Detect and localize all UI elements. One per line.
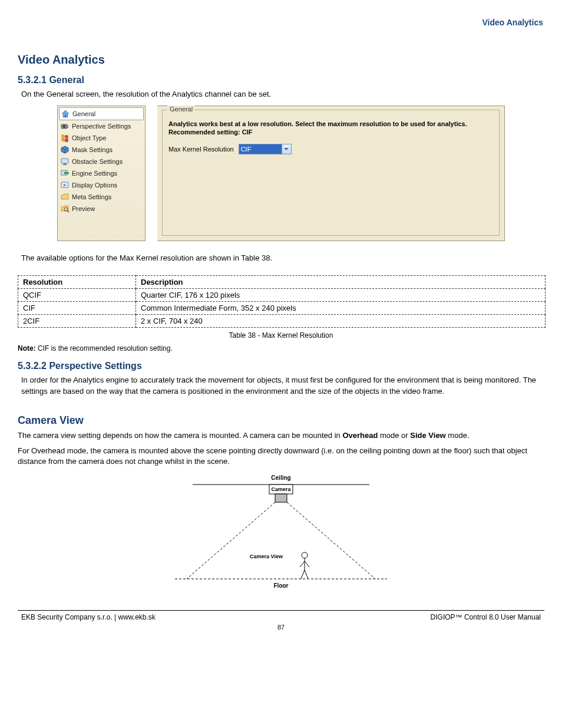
sidebar-item-label: Perspective Settings [72,123,131,130]
doc-title: Video Analytics [18,53,544,67]
sidebar-item-label: Engine Settings [72,170,117,177]
monitor-icon [60,157,70,166]
camera-view-heading: Camera View [18,414,544,427]
sidebar-item-label: Meta Settings [72,193,111,200]
table-caption: Table 38 - Max Kernel Resolution [18,331,544,340]
svg-line-24 [287,502,375,579]
text-after-screenshot: The available options for the Max Kernel… [21,253,544,263]
svg-point-3 [63,125,65,127]
sidebar-item-label: Obstacle Settings [72,158,123,165]
camera-view-label: Camera View [250,554,283,559]
folder-icon [60,192,70,202]
page-number: 87 [18,624,544,631]
resolution-table: Resolution Description QCIF Quarter CIF,… [18,275,546,328]
svg-line-30 [301,570,305,579]
people-icon [60,133,70,143]
gear-arrow-icon [60,169,70,178]
footer-right: DIGIOP™ Control 8.0 User Manual [431,613,541,621]
table-note: Note: CIF is the recommended resolution … [18,344,544,353]
svg-point-5 [61,134,65,138]
general-fieldset: General Analytics works best at a low re… [162,110,500,236]
section-5-3-2-2-para1: In order for the Analytics engine to acc… [21,375,544,396]
chevron-down-icon [282,144,291,154]
panel-description: Analytics works best at a low resolution… [168,120,493,137]
person-icon [300,552,309,579]
sidebar-item-label: General [72,110,95,117]
sidebar-item-display[interactable]: Display Options [59,179,144,191]
sidebar-item-label: Preview [72,205,95,212]
max-kernel-dropdown[interactable]: CIF [239,144,292,154]
svg-rect-22 [275,494,287,502]
svg-line-19 [67,210,69,212]
table-header-right: Description [136,276,546,289]
dropdown-value: CIF [239,144,282,154]
svg-rect-8 [65,139,68,142]
sidebar-item-general[interactable]: General [59,107,144,120]
section-5-3-2-1-heading: 5.3.2.1 General [18,75,544,85]
sidebar-item-obstacle[interactable]: Obstacle Settings [59,156,144,167]
display-icon [60,180,70,190]
table-row: 2CIF 2 x CIF, 704 x 240 [18,315,546,328]
svg-line-29 [305,561,309,567]
table-header-left: Resolution [18,276,136,289]
svg-rect-13 [62,164,67,165]
svg-rect-1 [65,115,66,117]
svg-line-28 [300,561,305,567]
fieldset-legend: General [167,106,195,113]
overhead-mode-para: For Overhead mode, the camera is mounted… [18,446,544,467]
camera-overhead-diagram: Ceiling Camera Floor Camera View [163,473,399,592]
table-row: QCIF Quarter CIF, 176 x 120 pixels [18,289,546,302]
camera-label: Camera [271,486,291,492]
svg-rect-12 [64,163,66,164]
sidebar-item-meta[interactable]: Meta Settings [59,191,144,203]
svg-rect-7 [61,138,65,141]
sidebar-item-mask[interactable]: Mask Settings [59,144,144,156]
cube-icon [60,145,70,154]
camera-icon [60,121,70,131]
svg-rect-11 [61,159,68,163]
footer-left: EKB Security Company s.r.o. | www.ekb.sk [21,613,156,621]
sidebar-item-label: Mask Settings [72,146,113,153]
settings-sidebar: General Perspective Settings Object Type… [57,106,146,241]
sidebar-item-perspective[interactable]: Perspective Settings [59,120,144,132]
house-icon [61,109,70,118]
page-footer: EKB Security Company s.r.o. | www.ekb.sk… [18,610,544,621]
max-kernel-label: Max Kernel Resolution [168,146,234,153]
section-5-3-2-1-para: On the General screen, the resolution of… [21,89,544,100]
svg-line-23 [187,502,275,579]
sidebar-item-label: Object Type [72,134,107,141]
magnifier-icon [60,204,70,213]
camera-view-para: The camera view setting depends on how t… [18,430,544,441]
sidebar-item-engine[interactable]: Engine Settings [59,167,144,179]
header-title: Video Analytics [482,18,543,27]
sidebar-item-object-type[interactable]: Object Type [59,132,144,144]
floor-label: Floor [274,582,289,589]
analytics-general-screenshot: General Perspective Settings Object Type… [57,106,505,241]
general-panel: General Analytics works best at a low re… [157,106,505,241]
svg-line-31 [305,570,308,579]
table-row: CIF Common Intermediate Form, 352 x 240 … [18,302,546,315]
ceiling-label: Ceiling [271,475,290,481]
svg-point-26 [302,552,308,558]
sidebar-item-preview[interactable]: Preview [59,203,144,215]
svg-point-6 [65,135,68,139]
sidebar-item-label: Display Options [72,182,117,189]
svg-rect-4 [67,125,68,128]
section-5-3-2-2-heading: 5.3.2.2 Perspective Settings [18,361,544,371]
